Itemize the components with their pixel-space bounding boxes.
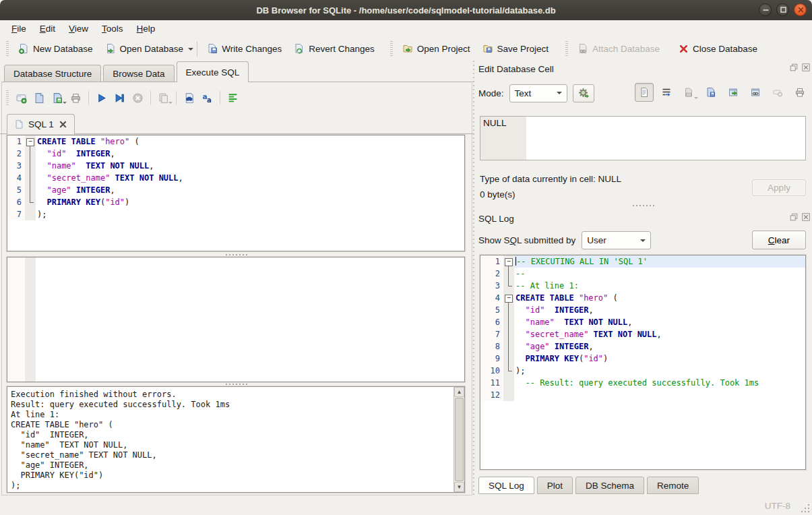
resize-grip[interactable] (801, 504, 810, 513)
menu-tools[interactable]: Tools (95, 22, 130, 35)
status-bar: UTF-8 (0, 497, 812, 515)
sql-log-editor[interactable]: 1-- EXECUTING ALL IN 'SQL 1'2--3-- At li… (480, 255, 806, 470)
close-dock-button[interactable] (801, 212, 811, 222)
revert-changes-icon (294, 43, 305, 54)
submitted-by-select[interactable]: User (582, 231, 651, 249)
code-line[interactable]: 12 (480, 389, 805, 401)
close-dock-icon (801, 212, 811, 222)
open-database-dropdown[interactable] (188, 48, 193, 53)
new-database-button[interactable]: New Database (12, 40, 99, 57)
code-line[interactable]: 2 "id" INTEGER, (7, 148, 464, 160)
word-wrap-button[interactable] (657, 83, 676, 102)
code-line[interactable]: 7 "secret_name" TEXT NOT NULL, (480, 328, 805, 340)
scrollbar-thumb[interactable] (455, 398, 464, 481)
code-line[interactable]: 5 "id" INTEGER, (480, 304, 805, 316)
code-line[interactable]: 4CREATE TABLE "hero" ( (480, 292, 805, 304)
mode-select[interactable]: Text (509, 84, 567, 102)
text-mode-button[interactable] (635, 83, 654, 102)
sql-file-icon (14, 119, 24, 129)
result-line: "age" INTEGER, (11, 460, 454, 471)
tab-execute-sql[interactable]: Execute SQL (177, 61, 249, 82)
code-line[interactable]: 3 "name" TEXT NOT NULL, (7, 160, 464, 172)
save-project-button[interactable]: Save Project (476, 40, 555, 57)
code-line[interactable]: 9 PRIMARY KEY("id") (480, 353, 805, 365)
float-dock-button[interactable] (788, 212, 799, 222)
code-line[interactable]: 1-- EXECUTING ALL IN 'SQL 1' (480, 255, 805, 268)
revert-changes-button[interactable]: Revert Changes (288, 40, 381, 57)
open-sql-file-button[interactable] (30, 89, 49, 107)
import-cell-data-button[interactable] (701, 83, 720, 102)
code-line[interactable]: 11 -- Result: query executed successfull… (480, 377, 805, 389)
main-area: Database Structure Browse Data Execute S… (0, 61, 474, 497)
tab-browse-data[interactable]: Browse Data (103, 65, 174, 82)
print-icon (794, 87, 805, 98)
cell-value: NULL (483, 118, 507, 128)
code-line[interactable]: 7); (7, 208, 464, 220)
cell-editor-area[interactable]: NULL (480, 116, 806, 160)
code-line[interactable]: 4 "secret_name" TEXT NOT NULL, (7, 172, 464, 184)
new-database-icon (18, 43, 29, 54)
dock-tab-sql-log[interactable]: SQL Log (478, 477, 534, 494)
execute-current-line-button[interactable] (111, 89, 129, 107)
close-database-button[interactable]: Close Database (673, 40, 763, 57)
auto-switch-mode-button[interactable] (573, 84, 594, 102)
open-database-button[interactable]: Open Database (99, 40, 190, 57)
code-line[interactable]: 10); (480, 365, 805, 377)
menu-bar: File Edit View Tools Help (0, 20, 812, 36)
encoding-indicator[interactable]: UTF-8 (765, 501, 790, 511)
toolbar-drag-handle[interactable] (6, 41, 9, 56)
menu-file[interactable]: File (5, 22, 33, 35)
code-line[interactable]: 3-- At line 1: (480, 280, 805, 292)
code-line[interactable]: 8 "age" INTEGER, (480, 340, 805, 353)
dock-tab-remote[interactable]: Remote (647, 477, 699, 494)
execute-all-button[interactable] (92, 89, 111, 107)
new-sql-tab-button[interactable] (12, 89, 30, 107)
float-dock-button[interactable] (788, 62, 799, 72)
toolbar-drag-handle[interactable] (565, 41, 568, 56)
menu-view[interactable]: View (62, 22, 95, 35)
code-line[interactable]: 6 PRIMARY KEY("id") (7, 196, 464, 208)
copy-link-button[interactable] (746, 83, 765, 102)
code-line[interactable]: 1CREATE TABLE "hero" ( (7, 135, 464, 148)
result-line: "id" INTEGER, (11, 430, 454, 440)
dock-splitter[interactable] (471, 61, 476, 495)
tab-database-structure[interactable]: Database Structure (4, 65, 101, 82)
print-button[interactable] (67, 89, 85, 107)
sql1-tab[interactable]: SQL 1 (7, 114, 75, 134)
dock-tab-plot[interactable]: Plot (537, 477, 573, 494)
close-database-icon (679, 44, 689, 54)
sql-editor[interactable]: 1CREATE TABLE "hero" (2 "id" INTEGER,3 "… (7, 135, 465, 251)
close-button[interactable] (794, 3, 807, 16)
main-toolbar: New Database Open Database Write Changes… (0, 36, 812, 61)
scroll-up-arrow[interactable]: ▲ (454, 387, 464, 397)
save-sql-file-button[interactable] (49, 89, 67, 107)
code-line[interactable]: 2-- (480, 268, 805, 280)
code-line[interactable]: 6 "name" TEXT NOT NULL, (480, 316, 805, 328)
close-tab-icon[interactable] (59, 120, 67, 129)
scroll-down-arrow[interactable]: ▼ (454, 482, 464, 492)
menu-edit[interactable]: Edit (33, 22, 62, 35)
find-replace-button[interactable] (180, 89, 198, 107)
menu-help[interactable]: Help (130, 22, 162, 35)
clear-log-button[interactable]: Clear (752, 231, 806, 249)
float-icon (789, 212, 799, 222)
toolbar-drag-handle[interactable] (390, 41, 393, 56)
toolbar-drag-handle[interactable] (6, 90, 9, 105)
format-sql-button[interactable] (224, 89, 242, 107)
minimize-button[interactable] (759, 3, 772, 16)
code-line[interactable]: 5 "age" INTEGER, (7, 184, 464, 196)
auto-completion-button[interactable]: a a (198, 89, 216, 107)
title-bar[interactable]: DB Browser for SQLite - /home/user/code/… (0, 0, 812, 20)
maximize-button[interactable] (776, 3, 789, 16)
results-scrollbar[interactable]: ▲ ▼ (454, 387, 464, 492)
print-cell-button[interactable] (790, 83, 809, 102)
open-project-button[interactable]: Open Project (396, 40, 476, 57)
splitter-handle[interactable] (476, 204, 812, 208)
write-changes-button[interactable]: Write Changes (201, 40, 288, 57)
close-dock-button[interactable] (801, 62, 811, 72)
execute-line-icon (114, 92, 125, 104)
export-cell-data-button[interactable] (724, 83, 743, 102)
window-title: DB Browser for SQLite - /home/user/code/… (0, 5, 812, 16)
dock-tab-db-schema[interactable]: DB Schema (575, 477, 644, 494)
result-line: "secret_name" TEXT NOT NULL, (11, 450, 454, 460)
